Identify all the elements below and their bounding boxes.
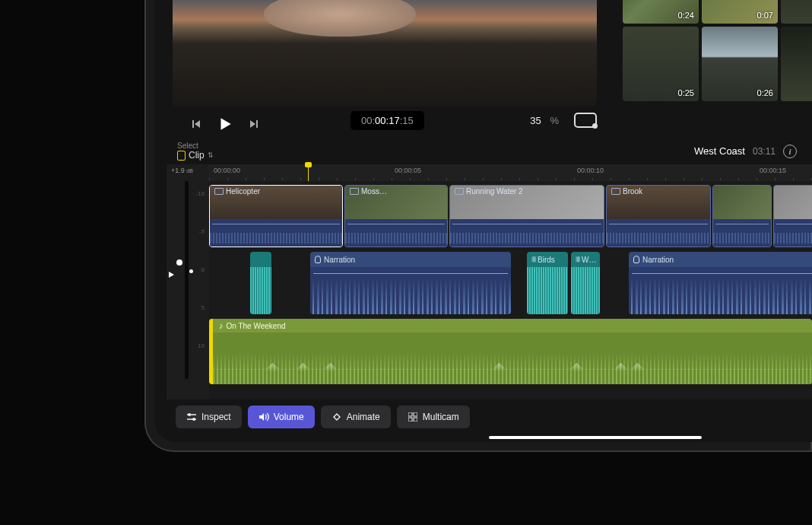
- timecode-display[interactable]: 00:00:17:15: [350, 111, 424, 130]
- library-thumb[interactable]: 0:25: [623, 27, 699, 101]
- button-label: Volume: [274, 412, 304, 422]
- video-clip[interactable]: [773, 185, 812, 247]
- timeline-tracks[interactable]: On The Weekend HelicopterMoss…Running Wa…: [209, 181, 812, 399]
- info-button[interactable]: i: [783, 145, 797, 158]
- select-mode[interactable]: Select Clip⇅: [177, 142, 214, 161]
- thumb-duration: 0:25: [678, 88, 694, 97]
- keyframe[interactable]: [325, 363, 337, 375]
- library-thumb[interactable]: 0:07: [702, 0, 778, 24]
- video-preview[interactable]: [173, 0, 597, 107]
- play-button[interactable]: [214, 113, 236, 135]
- audio-clip[interactable]: [250, 252, 271, 314]
- timecode-frames: :15: [400, 115, 414, 126]
- speaker-icon: [259, 412, 269, 422]
- button-label: Multicam: [423, 412, 459, 422]
- zoom-value: 35: [530, 115, 541, 126]
- clip-label: Narration: [324, 256, 355, 264]
- ruler-mark: 00:00:05: [395, 167, 421, 174]
- keyframe[interactable]: [267, 363, 279, 375]
- chevron-updown-icon: ⇅: [208, 151, 214, 159]
- project-duration: 03:11: [753, 146, 776, 157]
- meter-tick: -10: [195, 190, 205, 197]
- audio-meter[interactable]: +1.9 dB -10 -5 0 5 10: [167, 164, 209, 399]
- media-library: 0:24 0:07 0:25 0:26: [623, 0, 812, 141]
- volume-button[interactable]: Volume: [248, 406, 315, 428]
- meter-peak: +1.9: [171, 167, 185, 174]
- meter-unit: dB: [186, 168, 193, 173]
- bottom-toolbar: Inspect Volume Animate Multicam: [167, 399, 812, 434]
- home-indicator[interactable]: [489, 436, 702, 439]
- meter-tick: 5: [201, 304, 205, 311]
- skip-start-icon: [191, 119, 201, 129]
- svg-rect-4: [408, 418, 412, 422]
- library-thumb[interactable]: 0:26: [702, 27, 778, 101]
- display-options-button[interactable]: [574, 113, 597, 128]
- button-label: Inspect: [201, 412, 231, 422]
- animate-button[interactable]: Animate: [321, 406, 391, 428]
- video-clip[interactable]: Brook: [606, 185, 711, 247]
- ruler-mark: 00:00:15: [760, 167, 786, 174]
- clip-icon: [177, 151, 186, 161]
- meter-play-icon: [169, 272, 174, 278]
- thumb-duration: 0:24: [678, 11, 694, 20]
- library-thumb[interactable]: [781, 27, 812, 101]
- thumb-duration: 0:26: [757, 88, 773, 97]
- audio-clip[interactable]: Birds: [527, 252, 568, 314]
- meter-dot: [176, 259, 182, 266]
- inspect-button[interactable]: Inspect: [176, 406, 242, 428]
- keyframe[interactable]: [297, 363, 309, 375]
- keyframe[interactable]: [615, 363, 627, 375]
- prev-button[interactable]: [185, 113, 208, 135]
- waveform-icon: [531, 255, 534, 264]
- music-note-icon: [219, 321, 224, 330]
- sliders-icon: [186, 412, 197, 422]
- audio-clip[interactable]: W…: [571, 252, 600, 314]
- meter-tick: 10: [198, 342, 205, 349]
- svg-point-0: [188, 413, 191, 416]
- svg-rect-5: [414, 418, 417, 422]
- clip-label: Birds: [538, 256, 555, 264]
- video-clip[interactable]: Helicopter: [209, 185, 343, 247]
- time-ruler[interactable]: 00:00:00 00:00:05 00:00:10 00:00:15: [209, 164, 812, 181]
- multicam-button[interactable]: Multicam: [397, 406, 470, 428]
- library-thumb[interactable]: 0:24: [623, 0, 699, 24]
- clip-label: Narration: [642, 256, 674, 264]
- svg-point-1: [192, 418, 195, 421]
- svg-rect-2: [408, 412, 412, 416]
- keyframe[interactable]: [493, 363, 506, 375]
- clip-label: W…: [582, 256, 596, 264]
- audio-clip[interactable]: Narration: [310, 252, 511, 314]
- app-screen: 00:00:17:15 35 % 0:24 0:07 0:25 0:26 Sel…: [154, 0, 812, 442]
- music-clip[interactable]: On The Weekend: [209, 319, 812, 384]
- meter-tick: 0: [201, 266, 205, 273]
- video-clip[interactable]: [712, 185, 772, 247]
- zoom-unit: %: [550, 115, 559, 126]
- select-label: Select: [177, 142, 214, 150]
- library-thumb[interactable]: [781, 0, 812, 24]
- device-bezel: 00:00:17:15 35 % 0:24 0:07 0:25 0:26 Sel…: [144, 0, 812, 452]
- mic-icon: [315, 256, 321, 263]
- timeline: +1.9 dB -10 -5 0 5 10 00:00:00 00:00:05 …: [167, 164, 812, 399]
- clip-label: Moss…: [350, 187, 387, 196]
- video-clip[interactable]: Running Water 2: [449, 185, 604, 247]
- clip-label: Running Water 2: [455, 187, 523, 196]
- audio-clip[interactable]: Narration: [629, 252, 812, 314]
- svg-rect-3: [414, 412, 417, 416]
- grid-icon: [408, 412, 418, 422]
- playhead[interactable]: [308, 164, 309, 181]
- keyframe[interactable]: [632, 363, 644, 375]
- timeline-header: Select Clip⇅ West Coast 03:11 i: [167, 138, 812, 164]
- ruler-mark: 00:00:10: [577, 167, 604, 174]
- next-button[interactable]: [243, 113, 265, 135]
- zoom-percent[interactable]: 35 %: [524, 115, 559, 126]
- video-clip[interactable]: Moss…: [344, 185, 448, 247]
- meter-tick: -5: [199, 228, 205, 235]
- button-label: Animate: [347, 412, 380, 422]
- select-value: Clip: [189, 150, 205, 161]
- keyframe[interactable]: [571, 363, 583, 375]
- mic-icon: [633, 256, 639, 263]
- volume-curve[interactable]: [213, 369, 812, 370]
- timecode-main: 00:17: [375, 115, 400, 126]
- skip-end-icon: [249, 119, 259, 129]
- waveform-icon: [576, 255, 579, 264]
